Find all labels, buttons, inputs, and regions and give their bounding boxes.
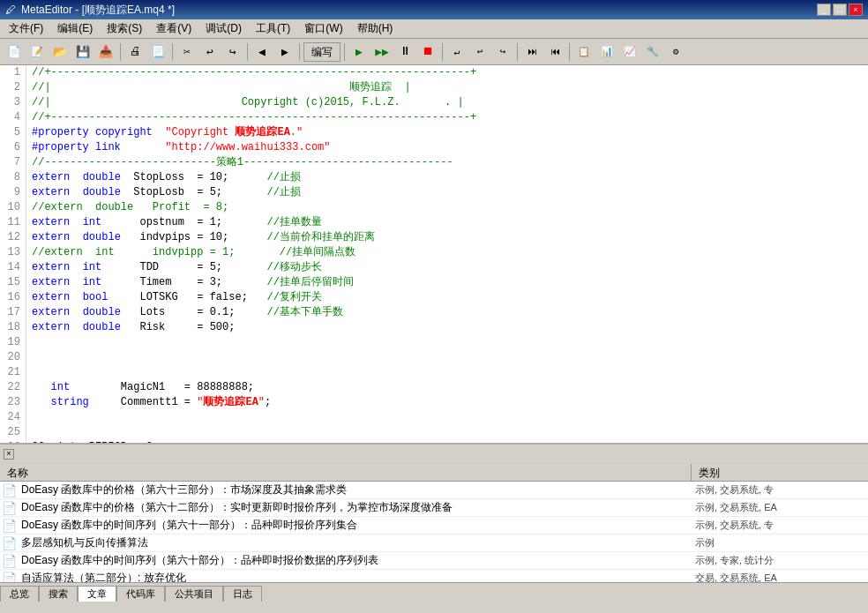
tab-log[interactable]: 日志 bbox=[223, 586, 262, 602]
line-numbers: 1 2 3 4 5 6 7 8 9 10 11 12 13 14 15 16 1… bbox=[0, 65, 26, 443]
tab-articles[interactable]: 文章 bbox=[78, 586, 116, 602]
print-button[interactable]: 🖨 bbox=[124, 41, 146, 63]
tab-overview[interactable]: 总览 bbox=[0, 586, 39, 602]
debug1-button[interactable]: ↵ bbox=[446, 41, 468, 63]
doc-icon: 📄 bbox=[0, 519, 18, 533]
app-icon: 🖊 bbox=[5, 4, 16, 16]
close-button[interactable]: × bbox=[849, 4, 863, 16]
doc-icon: 📄 bbox=[0, 536, 18, 550]
tab-codebase[interactable]: 代码库 bbox=[116, 586, 165, 602]
save2-button[interactable]: 📥 bbox=[95, 41, 116, 63]
debug5-button[interactable]: ⏮ bbox=[544, 41, 565, 63]
sep4 bbox=[299, 43, 300, 61]
open-button[interactable]: 📂 bbox=[49, 41, 71, 63]
bottom-tabs: 总览 搜索 文章 代码库 公共项目 日志 bbox=[0, 582, 868, 602]
doc-icon: 📄 bbox=[0, 483, 18, 497]
item-name[interactable]: DoEasy 函数库中的时间序列（第六十一部分）：品种即时报价序列集合 bbox=[18, 518, 692, 533]
tool2-button[interactable]: 📊 bbox=[596, 41, 617, 63]
item-name[interactable]: DoEasy 函数库中的价格（第六十二部分）：实时更新即时报价序列，为掌控市场深… bbox=[18, 500, 692, 515]
article-list[interactable]: 📄 DoEasy 函数库中的价格（第六十三部分）：市场深度及其抽象需求类 示例,… bbox=[0, 482, 868, 582]
list-item[interactable]: 📄 DoEasy 函数库中的价格（第六十二部分）：实时更新即时报价序列，为掌控市… bbox=[0, 499, 868, 517]
run-button[interactable]: ▶ bbox=[348, 41, 370, 63]
menu-debug[interactable]: 调试(D) bbox=[198, 19, 249, 38]
list-item[interactable]: 📄 多层感知机与反向传播算法 示例 bbox=[0, 535, 868, 552]
sep8 bbox=[569, 43, 570, 61]
compile-button[interactable]: 编写 bbox=[303, 42, 340, 62]
item-type: 示例, 交易系统, EA bbox=[692, 501, 868, 514]
item-type: 示例 bbox=[692, 536, 868, 549]
list-item[interactable]: 📄 自适应算法（第二部分）: 放弃优化 交易, 交易系统, EA bbox=[0, 570, 868, 582]
maximize-button[interactable]: □ bbox=[833, 4, 847, 16]
col-name-header: 名称 bbox=[0, 464, 692, 481]
debug3-button[interactable]: ↪ bbox=[492, 41, 513, 63]
code-text-area[interactable]: //+-------------------------------------… bbox=[26, 65, 868, 443]
item-type: 示例, 交易系统, 专 bbox=[692, 519, 868, 532]
bottom-panel: × 名称 类别 📄 DoEasy 函数库中的价格（第六十三部分）：市场深度及其抽… bbox=[0, 445, 868, 602]
save-button[interactable]: 💾 bbox=[72, 41, 94, 63]
doc-icon: 📄 bbox=[0, 554, 18, 568]
menu-window[interactable]: 窗口(W) bbox=[297, 19, 349, 38]
tab-search[interactable]: 搜索 bbox=[39, 586, 78, 602]
menu-help[interactable]: 帮助(H) bbox=[350, 19, 400, 38]
tool5-button[interactable]: ⚙ bbox=[665, 41, 686, 63]
list-item[interactable]: 📄 DoEasy 函数库中的时间序列（第六十部分）：品种即时报价数据的序列列表 … bbox=[0, 552, 868, 570]
tool3-button[interactable]: 📈 bbox=[619, 41, 640, 63]
stop-button[interactable]: ⏹ bbox=[417, 41, 438, 63]
sep3 bbox=[247, 43, 248, 61]
sep6 bbox=[442, 43, 443, 61]
doc-icon: 📄 bbox=[0, 572, 18, 583]
panel-close-button[interactable]: × bbox=[4, 449, 14, 460]
list-item[interactable]: 📄 DoEasy 函数库中的价格（第六十三部分）：市场深度及其抽象需求类 示例,… bbox=[0, 482, 868, 499]
item-type: 交易, 交易系统, EA bbox=[692, 572, 868, 582]
minimize-button[interactable]: _ bbox=[817, 4, 831, 16]
new-button[interactable]: 📄 bbox=[4, 41, 25, 63]
print2-button[interactable]: 📃 bbox=[147, 41, 168, 63]
title-bar: 🖊 MetaEditor - [顺势追踪EA.mq4 *] _ □ × bbox=[0, 0, 868, 19]
list-header: 名称 类别 bbox=[0, 464, 868, 482]
forward-button[interactable]: ▶ bbox=[274, 41, 296, 63]
item-type: 示例, 专家, 统计分 bbox=[692, 554, 868, 567]
sep2 bbox=[172, 43, 173, 61]
tab-projects[interactable]: 公共项目 bbox=[165, 586, 223, 602]
sep5 bbox=[344, 43, 345, 61]
col-type-header: 类别 bbox=[692, 464, 868, 481]
h-scrollbar[interactable] bbox=[0, 443, 868, 445]
window-controls[interactable]: _ □ × bbox=[817, 4, 863, 16]
redo-button[interactable]: ↪ bbox=[222, 41, 243, 63]
sep7 bbox=[517, 43, 518, 61]
doc-icon: 📄 bbox=[0, 501, 18, 515]
debug4-button[interactable]: ⏭ bbox=[521, 41, 542, 63]
item-name[interactable]: DoEasy 函数库中的时间序列（第六十部分）：品种即时报价数据的序列列表 bbox=[18, 553, 692, 568]
debug2-button[interactable]: ↩ bbox=[469, 41, 490, 63]
menu-edit[interactable]: 编辑(E) bbox=[50, 19, 100, 38]
tool1-button[interactable]: 📋 bbox=[573, 41, 595, 63]
item-type: 示例, 交易系统, 专 bbox=[692, 483, 868, 497]
cut-button[interactable]: ✂ bbox=[176, 41, 198, 63]
run2-button[interactable]: ▶▶ bbox=[371, 41, 393, 63]
menu-view[interactable]: 查看(V) bbox=[149, 19, 198, 38]
tool4-button[interactable]: 🔧 bbox=[642, 41, 663, 63]
item-name[interactable]: DoEasy 函数库中的价格（第六十三部分）：市场深度及其抽象需求类 bbox=[18, 482, 692, 497]
item-name[interactable]: 自适应算法（第二部分）: 放弃优化 bbox=[18, 571, 692, 582]
undo-button[interactable]: ↩ bbox=[199, 41, 221, 63]
pause-button[interactable]: ⏸ bbox=[394, 41, 415, 63]
new2-button[interactable]: 📝 bbox=[26, 41, 48, 63]
menu-bar: 文件(F) 编辑(E) 搜索(S) 查看(V) 调试(D) 工具(T) 窗口(W… bbox=[0, 19, 868, 39]
toolbar: 📄 📝 📂 💾 📥 🖨 📃 ✂ ↩ ↪ ◀ ▶ 编写 ▶ ▶▶ ⏸ ⏹ ↵ ↩ … bbox=[0, 39, 868, 65]
menu-tools[interactable]: 工具(T) bbox=[249, 19, 297, 38]
item-name[interactable]: 多层感知机与反向传播算法 bbox=[18, 535, 692, 550]
sep1 bbox=[120, 43, 121, 61]
back-button[interactable]: ◀ bbox=[251, 41, 273, 63]
menu-file[interactable]: 文件(F) bbox=[2, 19, 50, 38]
menu-search[interactable]: 搜索(S) bbox=[100, 19, 149, 38]
list-item[interactable]: 📄 DoEasy 函数库中的时间序列（第六十一部分）：品种即时报价序列集合 示例… bbox=[0, 517, 868, 535]
code-editor[interactable]: 1 2 3 4 5 6 7 8 9 10 11 12 13 14 15 16 1… bbox=[0, 65, 868, 445]
window-title: MetaEditor - [顺势追踪EA.mq4 *] bbox=[21, 3, 817, 18]
